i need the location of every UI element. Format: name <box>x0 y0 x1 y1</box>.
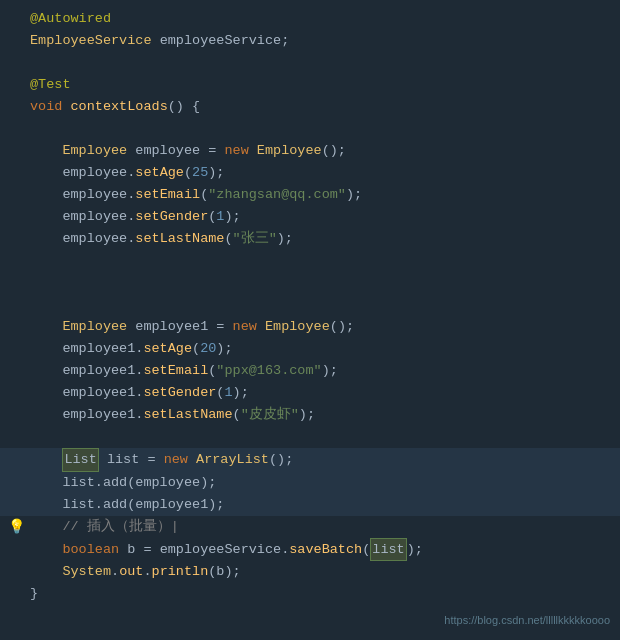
code-text: ( <box>216 382 224 404</box>
code-line: @Test <box>0 74 620 96</box>
number-token: 20 <box>200 338 216 360</box>
function-token: setGender <box>143 382 216 404</box>
code-line: void contextLoads() { <box>0 96 620 118</box>
code-line: list.add(employee1); <box>0 494 620 516</box>
code-line <box>0 426 620 448</box>
code-text <box>30 561 62 583</box>
code-text: employee1. <box>30 382 143 404</box>
code-text: employee1. <box>30 404 143 426</box>
string-token: "张三" <box>233 228 277 250</box>
code-line: employee.setAge(25); <box>0 162 620 184</box>
code-text: list = <box>99 449 164 471</box>
type-token: Employee <box>62 140 127 162</box>
string-token: "ppx@163.com" <box>216 360 321 382</box>
code-text: } <box>30 583 38 605</box>
bulb-icon: 💡 <box>8 515 25 537</box>
number-token: 25 <box>192 162 208 184</box>
code-text: ( <box>192 338 200 360</box>
code-text: employeeService; <box>152 30 290 52</box>
annotation: @Autowired <box>30 8 111 30</box>
function-token: setAge <box>143 338 192 360</box>
code-text: (); <box>269 449 293 471</box>
code-text: ); <box>322 360 338 382</box>
code-text: . <box>111 561 119 583</box>
code-line: employee1.setEmail("ppx@163.com"); <box>0 360 620 382</box>
keyword-token: new <box>224 140 248 162</box>
code-line <box>0 272 620 294</box>
code-text: employee1. <box>30 338 143 360</box>
code-text: ); <box>299 404 315 426</box>
code-text: () { <box>168 96 200 118</box>
code-text: ( <box>362 539 370 561</box>
code-text: employee. <box>30 228 135 250</box>
code-line: 💡 // 插入（批量）| <box>0 516 620 538</box>
type-token: Employee <box>265 316 330 338</box>
code-text <box>30 539 62 561</box>
code-text: ( <box>184 162 192 184</box>
function-token: out <box>119 561 143 583</box>
code-line <box>0 52 620 74</box>
code-text: employee. <box>30 206 135 228</box>
type-token: EmployeeService <box>30 30 152 52</box>
code-text: ); <box>346 184 362 206</box>
code-text: list.add(employee); <box>30 472 216 494</box>
number-token: 1 <box>224 382 232 404</box>
code-text <box>257 316 265 338</box>
code-text: ( <box>208 206 216 228</box>
keyword-token: void <box>30 96 62 118</box>
code-line: employee.setGender(1); <box>0 206 620 228</box>
function-token: setEmail <box>135 184 200 206</box>
code-text: . <box>143 561 151 583</box>
type-token: Employee <box>62 316 127 338</box>
code-line: EmployeeService employeeService; <box>0 30 620 52</box>
string-token: "皮皮虾" <box>241 404 299 426</box>
annotation: @Test <box>30 74 71 96</box>
code-line: boolean b = employeeService.saveBatch(li… <box>0 538 620 562</box>
code-text <box>30 140 62 162</box>
number-token: 1 <box>216 206 224 228</box>
function-token: setLastName <box>135 228 224 250</box>
code-line: List list = new ArrayList(); <box>0 448 620 472</box>
function-token: saveBatch <box>289 539 362 561</box>
function-token: contextLoads <box>71 96 168 118</box>
code-text: list.add(employee1); <box>30 494 224 516</box>
code-text: employee1. <box>30 360 143 382</box>
code-line: employee.setLastName("张三"); <box>0 228 620 250</box>
keyword-token: new <box>233 316 257 338</box>
code-line: } <box>0 583 620 605</box>
code-line: employee1.setAge(20); <box>0 338 620 360</box>
code-line <box>0 294 620 316</box>
type-token: Employee <box>257 140 322 162</box>
code-text: employee = <box>127 140 224 162</box>
code-text: ); <box>407 539 423 561</box>
code-text: (); <box>330 316 354 338</box>
code-text <box>249 140 257 162</box>
highlighted-word: List <box>62 448 98 472</box>
code-line: @Autowired <box>0 8 620 30</box>
function-token: setLastName <box>143 404 232 426</box>
code-line: Employee employee = new Employee(); <box>0 140 620 162</box>
code-text <box>30 316 62 338</box>
code-line: list.add(employee); <box>0 472 620 494</box>
code-line: System.out.println(b); <box>0 561 620 583</box>
code-line <box>0 250 620 272</box>
code-text: (b); <box>208 561 240 583</box>
code-text <box>30 449 62 471</box>
code-text <box>62 96 70 118</box>
function-token: setGender <box>135 206 208 228</box>
code-line: employee1.setGender(1); <box>0 382 620 404</box>
code-line: employee.setEmail("zhangsan@qq.com"); <box>0 184 620 206</box>
code-text: ); <box>216 338 232 360</box>
code-text: ); <box>277 228 293 250</box>
code-text: ); <box>224 206 240 228</box>
type-token: System <box>62 561 111 583</box>
code-text: ( <box>233 404 241 426</box>
code-line: Employee employee1 = new Employee(); <box>0 316 620 338</box>
code-text: ( <box>224 228 232 250</box>
code-text: (); <box>322 140 346 162</box>
code-text: ); <box>233 382 249 404</box>
code-text: ); <box>208 162 224 184</box>
watermark: https://blog.csdn.net/lllllkkkkkoooo <box>444 612 610 630</box>
code-text: employee. <box>30 162 135 184</box>
code-text: b = employeeService. <box>119 539 289 561</box>
